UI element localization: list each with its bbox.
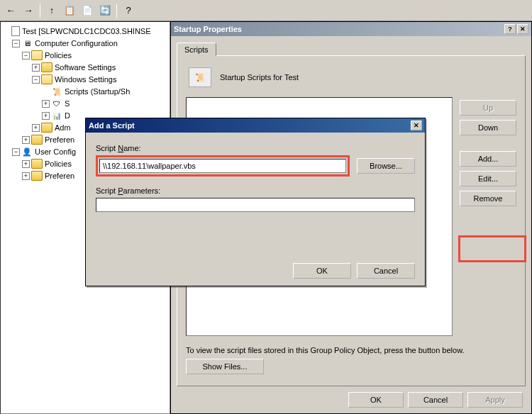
help-button[interactable]: ? <box>121 3 136 18</box>
tree-software-settings[interactable]: + Software Settings <box>2 62 168 73</box>
main-toolbar: ← → ↑ 📋 📄 🔄 ? <box>0 0 532 21</box>
highlight-input-annotation <box>96 155 350 177</box>
dialog-title: Startup Properties <box>174 25 242 33</box>
tree-label: Policies <box>45 160 72 168</box>
edit-button[interactable]: Edit... <box>460 171 516 186</box>
expand-icon[interactable]: + <box>22 136 30 144</box>
folder-icon <box>31 135 43 145</box>
collapse-icon[interactable]: − <box>12 148 20 156</box>
shield-icon <box>51 99 62 108</box>
remove-button[interactable]: Remove <box>460 191 516 206</box>
help-button[interactable]: ? <box>504 24 516 34</box>
script-name-label: Script Name: <box>96 144 415 152</box>
cancel-button[interactable]: Cancel <box>357 263 415 279</box>
tree-label: Computer Configuration <box>35 39 118 47</box>
tree-label: Adm <box>55 123 71 132</box>
toolbar-separator <box>116 4 117 18</box>
dialog-footer: OK Cancel Apply <box>177 386 526 408</box>
folder-icon <box>31 159 43 169</box>
expand-icon[interactable]: + <box>32 64 40 72</box>
folder-icon <box>41 123 52 133</box>
tree-label: Policies <box>45 51 72 60</box>
tree-label: Windows Settings <box>55 75 116 84</box>
tree-label: S <box>65 99 70 108</box>
close-button[interactable]: ✕ <box>517 24 528 34</box>
collapse-icon[interactable]: − <box>22 52 30 60</box>
folder-open-icon <box>41 74 52 84</box>
tree-scripts-startup[interactable]: Scripts (Startup/Sh <box>2 86 168 97</box>
dialog-title-bar: Add a Script ✕ <box>86 118 425 133</box>
forward-button[interactable]: → <box>21 3 36 18</box>
folder-icon <box>31 171 43 181</box>
script-name-input[interactable] <box>99 159 346 173</box>
dialog-title: Add a Script <box>89 121 135 130</box>
chart-icon <box>51 111 62 121</box>
tree-windows-settings[interactable]: − Windows Settings <box>2 74 168 85</box>
show-files-button[interactable]: Show Files... <box>186 359 264 374</box>
tree-policies[interactable]: − Policies <box>2 50 168 61</box>
up-button[interactable]: ↑ <box>44 3 60 18</box>
expand-icon[interactable]: + <box>42 112 50 120</box>
script-parameters-input[interactable] <box>96 198 415 212</box>
tree-label: D <box>65 111 70 120</box>
hint-text: To view the script files stored in this … <box>186 346 516 354</box>
tree-label: Test [SLPWCNDLC1CDC03.SHINSE <box>22 27 151 35</box>
tab-scripts[interactable]: Scripts <box>177 43 216 56</box>
folder-icon <box>41 62 52 72</box>
dialog-title-bar: Startup Properties ? ✕ <box>171 22 531 36</box>
collapse-icon[interactable]: − <box>12 40 20 47</box>
ok-button[interactable]: OK <box>293 263 351 279</box>
folder-open-icon <box>31 50 43 60</box>
tree-item[interactable]: + S <box>2 98 168 109</box>
user-icon <box>21 147 33 157</box>
tree-label: Preferen <box>45 172 74 180</box>
expand-icon[interactable]: + <box>22 160 30 168</box>
policy-doc-icon <box>11 26 20 36</box>
cancel-button[interactable]: Cancel <box>408 392 463 408</box>
refresh-button[interactable]: 🔄 <box>97 3 113 18</box>
tree-computer-configuration[interactable]: − Computer Configuration <box>2 38 168 49</box>
computer-icon <box>21 38 33 48</box>
scripts-header-text: Startup Scripts for Test <box>220 73 299 82</box>
script-icon <box>51 86 62 96</box>
tree-label: User Config <box>35 147 76 156</box>
down-button[interactable]: Down <box>460 120 516 135</box>
browse-button[interactable]: Browse... <box>357 158 415 174</box>
back-button[interactable]: ← <box>3 3 18 18</box>
tree-label: Preferen <box>45 135 74 144</box>
script-parameters-label: Script Parameters: <box>96 186 415 195</box>
copy-button[interactable]: 📋 <box>62 3 77 18</box>
tree-label: Software Settings <box>55 63 116 72</box>
collapse-icon[interactable]: − <box>32 76 40 84</box>
expand-icon[interactable]: + <box>22 172 30 180</box>
tree-label: Scripts (Startup/Sh <box>65 87 130 96</box>
toolbar-separator <box>40 4 40 18</box>
tree-root[interactable]: Test [SLPWCNDLC1CDC03.SHINSE <box>2 26 168 37</box>
blank-icon <box>2 28 10 35</box>
up-button[interactable]: Up <box>460 100 516 116</box>
add-button[interactable]: Add... <box>460 151 516 167</box>
add-script-dialog: Add a Script ✕ Script Name: Browse... Sc… <box>85 118 426 286</box>
ok-button[interactable]: OK <box>348 392 404 408</box>
close-button[interactable]: ✕ <box>411 121 422 130</box>
properties-button[interactable]: 📄 <box>79 3 95 18</box>
expand-icon[interactable]: + <box>32 124 40 132</box>
scripts-header-icon: 📜 <box>189 67 211 87</box>
apply-button[interactable]: Apply <box>467 392 523 408</box>
blank-icon <box>42 88 50 96</box>
expand-icon[interactable]: + <box>42 100 50 108</box>
tab-strip: Scripts <box>177 42 526 55</box>
